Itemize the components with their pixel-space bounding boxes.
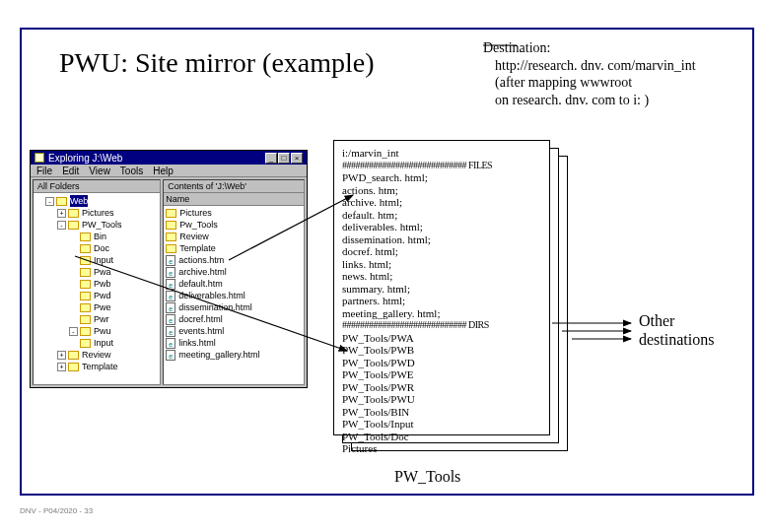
doc-line: PW_Tools/Input: [342, 418, 541, 431]
file-item[interactable]: archive.html: [166, 266, 302, 278]
tree-item[interactable]: +Template: [35, 361, 158, 372]
tree-item[interactable]: +Pictures: [35, 207, 158, 219]
explorer-title: Exploring J:\Web: [48, 153, 122, 164]
menu-file[interactable]: File: [36, 166, 52, 175]
tree-item[interactable]: Bin: [35, 231, 158, 242]
explorer-system-icon: [35, 153, 44, 163]
folder-icon: [80, 268, 91, 277]
file-item-label: Template: [179, 242, 216, 254]
file-item-label: Review: [179, 231, 209, 242]
doc-line: PW_Tools/PWD: [342, 357, 541, 369]
minimize-button[interactable]: _: [265, 153, 277, 164]
folder-icon: [68, 351, 79, 360]
doc-line: archive. html;: [342, 196, 541, 209]
explorer-window: Exploring J:\Web _ □ × File Edit View To…: [30, 150, 308, 388]
doc-line: default. htm;: [342, 209, 541, 222]
folder-icon: [166, 244, 176, 253]
folder-icon: [80, 244, 91, 253]
column-header[interactable]: Name: [164, 193, 304, 206]
tree-item[interactable]: Pwr: [35, 313, 158, 325]
folder-icon: [166, 209, 176, 218]
doc-line: ############################ FILES: [342, 160, 541, 172]
file-item-label: archive.html: [178, 266, 227, 278]
close-button[interactable]: ×: [291, 153, 303, 164]
file-item[interactable]: events.html: [166, 325, 302, 337]
html-file-icon: [166, 338, 175, 349]
folder-tree[interactable]: -Web+Pictures-PW_ToolsBinDocInputPwaPwbP…: [34, 193, 160, 384]
menu-tools[interactable]: Tools: [120, 166, 143, 175]
doc-page-front: i:/marvin_int###########################…: [333, 140, 550, 435]
tree-item-label: Input: [94, 337, 113, 349]
file-item[interactable]: links.html: [166, 337, 302, 349]
tree-item[interactable]: -PW_Tools: [35, 219, 158, 231]
tree-item[interactable]: -Pwu: [35, 325, 158, 337]
tree-item-label: PW_Tools: [82, 219, 122, 231]
expander-icon[interactable]: +: [57, 363, 66, 371]
file-item[interactable]: default.htm: [166, 278, 302, 290]
doc-line: deliverables. html;: [342, 221, 541, 233]
folder-icon: [80, 327, 91, 336]
tree-item[interactable]: Pwd: [35, 290, 158, 301]
file-item[interactable]: dissemination.html: [166, 301, 302, 313]
tree-item[interactable]: Pwa: [35, 266, 158, 278]
expander-icon[interactable]: +: [57, 209, 66, 218]
file-item-label: actions.htm: [178, 254, 224, 266]
doc-line: links. html;: [342, 258, 541, 271]
right-pane: Contents of 'J:\Web' NamePicturesPw_Tool…: [163, 179, 305, 385]
tree-item[interactable]: Pwb: [35, 278, 158, 290]
destination-note1: (after mapping wwwroot: [483, 74, 696, 92]
folder-icon: [80, 280, 91, 289]
destination-label: Destination:: [483, 39, 696, 57]
maximize-button[interactable]: □: [278, 153, 290, 164]
expander-icon[interactable]: -: [57, 221, 66, 230]
file-item-label: Pictures: [179, 207, 212, 219]
folder-icon: [56, 197, 67, 206]
folder-icon: [68, 221, 79, 230]
explorer-titlebar: Exploring J:\Web _ □ ×: [31, 151, 307, 165]
folder-icon: [68, 363, 79, 371]
tree-item[interactable]: Input: [35, 254, 158, 266]
file-item[interactable]: meeting_gallery.html: [166, 349, 302, 361]
tree-item[interactable]: Pwe: [35, 301, 158, 313]
expander-icon[interactable]: +: [57, 351, 66, 360]
tree-item[interactable]: Doc: [35, 242, 158, 254]
file-item-label: docref.html: [178, 313, 223, 325]
file-item[interactable]: docref.html: [166, 313, 302, 325]
folder-icon: [80, 315, 91, 324]
file-item[interactable]: Template: [166, 242, 302, 254]
file-list[interactable]: NamePicturesPw_ToolsReviewTemplateaction…: [164, 193, 304, 384]
file-item[interactable]: deliverables.html: [166, 290, 302, 301]
tree-item-label: Pwd: [94, 290, 111, 301]
menu-view[interactable]: View: [89, 166, 110, 175]
doc-line: PW_Tools/PWR: [342, 381, 541, 394]
tree-item[interactable]: -Web: [35, 195, 158, 207]
expander-icon[interactable]: -: [69, 327, 78, 336]
file-item[interactable]: Pw_Tools: [166, 219, 302, 231]
tree-item-label: Pwa: [94, 266, 111, 278]
html-file-icon: [166, 291, 175, 301]
folder-icon: [166, 221, 176, 230]
file-item[interactable]: Review: [166, 231, 302, 242]
tree-item-label: Pwe: [94, 301, 111, 313]
doc-line: Pictures: [342, 442, 541, 455]
footer-text: DNV - P04/2020 - 33: [18, 506, 95, 515]
menubar: File Edit View Tools Help: [31, 165, 307, 177]
file-item[interactable]: Pictures: [166, 207, 302, 219]
menu-help[interactable]: Help: [153, 166, 174, 175]
file-item-label: meeting_gallery.html: [178, 349, 259, 361]
doc-line: i:/marvin_int: [342, 147, 541, 160]
doc-line: PWD_search. html;: [342, 171, 541, 184]
document-stack: i:/marvin_int###########################…: [333, 140, 570, 455]
doc-line: dissemination. html;: [342, 233, 541, 246]
folder-icon: [80, 233, 91, 241]
file-item[interactable]: actions.htm: [166, 254, 302, 266]
doc-line: PW_Tools/PWE: [342, 368, 541, 381]
tree-item[interactable]: +Review: [35, 349, 158, 361]
file-item-label: dissemination.html: [178, 301, 252, 313]
menu-edit[interactable]: Edit: [62, 166, 79, 175]
tree-item[interactable]: Input: [35, 337, 158, 349]
html-file-icon: [166, 350, 175, 361]
doc-line: partners. html;: [342, 295, 541, 307]
expander-icon[interactable]: -: [45, 197, 54, 206]
tree-item-label: Web: [70, 195, 88, 207]
